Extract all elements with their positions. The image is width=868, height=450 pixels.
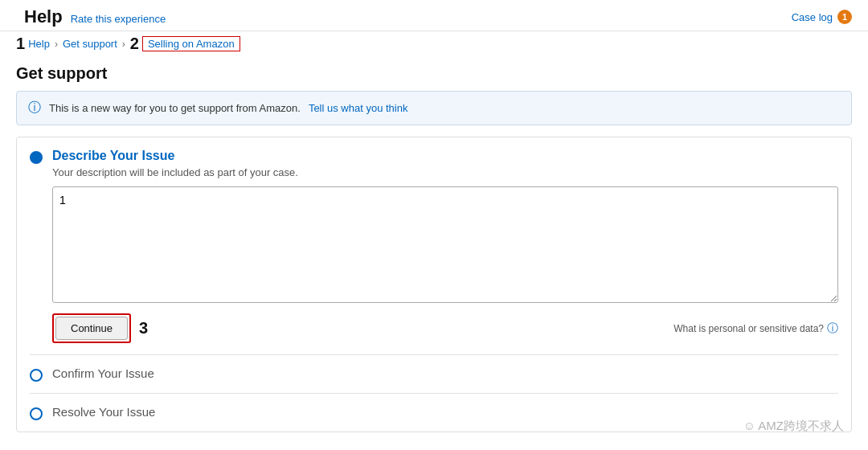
rate-experience-link[interactable]: Rate this experience xyxy=(71,13,166,25)
step-actions: Continue 3 What is personal or sensitive… xyxy=(52,313,838,343)
confirm-step-title: Confirm Your Issue xyxy=(52,366,838,380)
describe-textarea[interactable]: 1 xyxy=(52,186,838,303)
confirm-step-content: Confirm Your Issue xyxy=(52,366,838,380)
banner-text: This is a new way for you to get support… xyxy=(49,102,301,114)
describe-step-content: Describe Your Issue Your description wil… xyxy=(52,149,838,343)
continue-btn-wrap: Continue xyxy=(52,313,131,343)
describe-step-title: Describe Your Issue xyxy=(52,149,838,163)
sensitive-label: What is personal or sensitive data? xyxy=(674,323,824,334)
confirm-step: Confirm Your Issue xyxy=(17,355,851,393)
breadcrumb-get-support[interactable]: Get support xyxy=(63,38,117,50)
sensitive-info: What is personal or sensitive data? ⓘ xyxy=(674,321,838,336)
describe-step-subtitle: Your description will be included as par… xyxy=(52,166,838,178)
top-bar-left: ​ Help Rate this experience xyxy=(16,6,166,27)
page-title: Get support xyxy=(0,58,868,91)
continue-wrap: Continue 3 xyxy=(52,313,148,343)
breadcrumb-selling-on-amazon[interactable]: Selling on Amazon xyxy=(142,36,240,51)
tell-us-link[interactable]: Tell us what you think xyxy=(309,102,408,114)
top-bar: ​ Help Rate this experience Case log 1 xyxy=(0,0,868,31)
confirm-step-circle xyxy=(30,369,43,382)
breadcrumb-bar: 1 Help › Get support › 2 Selling on Amaz… xyxy=(0,31,868,58)
breadcrumb-sep-2: › xyxy=(122,39,125,50)
case-log-button[interactable]: Case log 1 xyxy=(792,10,852,24)
info-banner: ⓘ This is a new way for you to get suppo… xyxy=(16,91,852,125)
sensitive-info-icon[interactable]: ⓘ xyxy=(827,321,838,336)
breadcrumb-sep-1: › xyxy=(55,39,58,50)
breadcrumb-help[interactable]: Help xyxy=(28,38,50,50)
describe-step-circle xyxy=(30,151,43,164)
resolve-step-title: Resolve Your Issue xyxy=(52,405,838,419)
anno-1: 1 xyxy=(16,35,25,53)
help-heading: Help xyxy=(24,6,63,27)
case-log-label: Case log xyxy=(792,11,833,23)
anno-2: 2 xyxy=(130,35,139,53)
resolve-step: Resolve Your Issue xyxy=(17,394,851,432)
resolve-step-content: Resolve Your Issue xyxy=(52,405,838,419)
continue-button[interactable]: Continue xyxy=(55,317,128,340)
main-card: Describe Your Issue Your description wil… xyxy=(16,137,852,432)
info-icon: ⓘ xyxy=(28,100,41,117)
anno-3: 3 xyxy=(139,319,148,338)
resolve-step-circle xyxy=(30,407,43,420)
describe-step: Describe Your Issue Your description wil… xyxy=(17,137,851,354)
case-log-badge: 1 xyxy=(837,10,852,24)
